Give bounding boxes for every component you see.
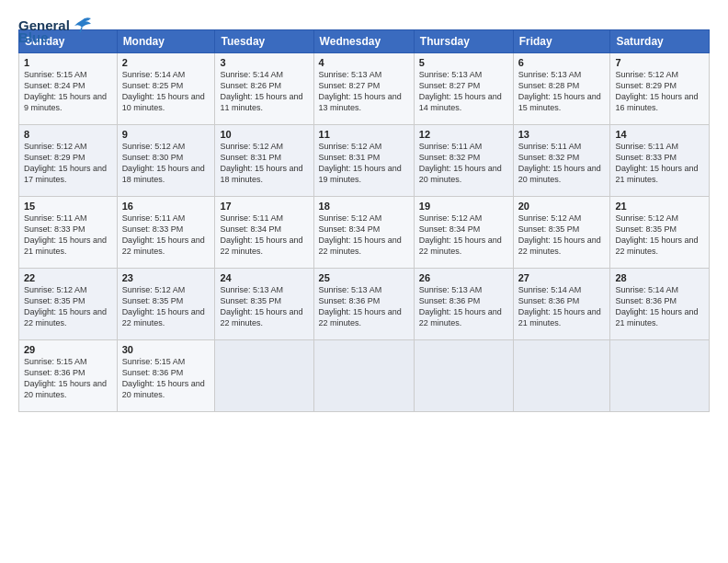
day-info: Sunrise: 5:14 AMSunset: 8:36 PMDaylight:… (518, 285, 601, 327)
day-number: 16 (122, 201, 210, 212)
day-number: 19 (419, 201, 508, 212)
day-info: Sunrise: 5:12 AMSunset: 8:35 PMDaylight:… (122, 285, 205, 327)
day-number: 13 (518, 129, 606, 140)
day-number: 3 (220, 57, 308, 68)
day-number: 14 (615, 129, 704, 140)
calendar-day-18: 18Sunrise: 5:12 AMSunset: 8:34 PMDayligh… (313, 197, 414, 269)
calendar-day-7: 7Sunrise: 5:12 AMSunset: 8:29 PMDaylight… (610, 53, 710, 125)
day-number: 28 (615, 272, 704, 283)
day-number: 22 (24, 272, 112, 283)
weekday-header-tuesday: Tuesday (215, 30, 313, 53)
calendar-day-23: 23Sunrise: 5:12 AMSunset: 8:35 PMDayligh… (117, 269, 215, 340)
calendar-day-20: 20Sunrise: 5:12 AMSunset: 8:35 PMDayligh… (513, 197, 610, 269)
day-info: Sunrise: 5:11 AMSunset: 8:33 PMDaylight:… (122, 213, 205, 256)
calendar-day-24: 24Sunrise: 5:13 AMSunset: 8:35 PMDayligh… (215, 269, 313, 340)
day-info: Sunrise: 5:11 AMSunset: 8:33 PMDaylight:… (615, 142, 698, 184)
day-info: Sunrise: 5:13 AMSunset: 8:35 PMDaylight:… (220, 285, 302, 327)
day-info: Sunrise: 5:13 AMSunset: 8:36 PMDaylight:… (319, 285, 402, 327)
weekday-header-saturday: Saturday (610, 30, 710, 53)
calendar-day-17: 17Sunrise: 5:11 AMSunset: 8:34 PMDayligh… (215, 197, 313, 269)
day-info: Sunrise: 5:14 AMSunset: 8:36 PMDaylight:… (615, 285, 698, 327)
calendar-day-26: 26Sunrise: 5:13 AMSunset: 8:36 PMDayligh… (414, 269, 513, 340)
day-number: 23 (122, 272, 210, 283)
calendar-day-8: 8Sunrise: 5:12 AMSunset: 8:29 PMDaylight… (19, 125, 118, 197)
calendar-day-14: 14Sunrise: 5:11 AMSunset: 8:33 PMDayligh… (610, 125, 710, 197)
weekday-header-friday: Friday (513, 30, 610, 53)
day-info: Sunrise: 5:12 AMSunset: 8:34 PMDaylight:… (419, 213, 502, 256)
calendar-day-3: 3Sunrise: 5:14 AMSunset: 8:26 PMDaylight… (215, 53, 313, 125)
day-number: 29 (24, 344, 112, 355)
day-info: Sunrise: 5:12 AMSunset: 8:29 PMDaylight:… (615, 70, 698, 112)
day-info: Sunrise: 5:15 AMSunset: 8:36 PMDaylight:… (24, 357, 107, 399)
day-info: Sunrise: 5:12 AMSunset: 8:30 PMDaylight:… (122, 142, 205, 184)
day-number: 11 (319, 129, 409, 140)
day-number: 30 (122, 344, 210, 355)
weekday-header-thursday: Thursday (414, 30, 513, 53)
day-info: Sunrise: 5:12 AMSunset: 8:35 PMDaylight:… (615, 213, 698, 256)
day-info: Sunrise: 5:13 AMSunset: 8:36 PMDaylight:… (419, 285, 502, 327)
calendar-day-30: 30Sunrise: 5:15 AMSunset: 8:36 PMDayligh… (117, 340, 215, 412)
day-number: 20 (518, 201, 606, 212)
calendar-day-4: 4Sunrise: 5:13 AMSunset: 8:27 PMDaylight… (313, 53, 414, 125)
empty-cell (313, 340, 414, 412)
day-number: 24 (220, 272, 308, 283)
day-number: 12 (419, 129, 508, 140)
day-info: Sunrise: 5:12 AMSunset: 8:34 PMDaylight:… (319, 213, 402, 256)
day-info: Sunrise: 5:11 AMSunset: 8:33 PMDaylight:… (24, 213, 107, 256)
day-info: Sunrise: 5:12 AMSunset: 8:31 PMDaylight:… (319, 142, 402, 184)
empty-cell (513, 340, 610, 412)
calendar-day-1: 1Sunrise: 5:15 AMSunset: 8:24 PMDaylight… (19, 53, 118, 125)
day-number: 26 (419, 272, 508, 283)
day-info: Sunrise: 5:12 AMSunset: 8:35 PMDaylight:… (518, 213, 601, 256)
calendar-day-15: 15Sunrise: 5:11 AMSunset: 8:33 PMDayligh… (19, 197, 118, 269)
calendar-day-27: 27Sunrise: 5:14 AMSunset: 8:36 PMDayligh… (513, 269, 610, 340)
day-number: 1 (24, 57, 112, 68)
day-number: 2 (122, 57, 210, 68)
logo-blue: Blue (18, 29, 49, 45)
day-number: 18 (319, 201, 409, 212)
calendar-day-25: 25Sunrise: 5:13 AMSunset: 8:36 PMDayligh… (313, 269, 414, 340)
calendar-day-19: 19Sunrise: 5:12 AMSunset: 8:34 PMDayligh… (414, 197, 513, 269)
calendar-day-2: 2Sunrise: 5:14 AMSunset: 8:25 PMDaylight… (117, 53, 215, 125)
calendar-day-13: 13Sunrise: 5:11 AMSunset: 8:32 PMDayligh… (513, 125, 610, 197)
calendar-day-10: 10Sunrise: 5:12 AMSunset: 8:31 PMDayligh… (215, 125, 313, 197)
day-info: Sunrise: 5:14 AMSunset: 8:26 PMDaylight:… (220, 70, 302, 112)
logo: General Blue (18, 17, 93, 45)
day-number: 7 (615, 57, 704, 68)
weekday-header-wednesday: Wednesday (313, 30, 414, 53)
logo-bird-icon (73, 17, 93, 33)
day-info: Sunrise: 5:12 AMSunset: 8:31 PMDaylight:… (220, 142, 302, 184)
day-number: 8 (24, 129, 112, 140)
day-info: Sunrise: 5:11 AMSunset: 8:32 PMDaylight:… (419, 142, 502, 184)
empty-cell (215, 340, 313, 412)
day-number: 25 (319, 272, 409, 283)
day-info: Sunrise: 5:15 AMSunset: 8:24 PMDaylight:… (24, 70, 107, 112)
day-info: Sunrise: 5:12 AMSunset: 8:29 PMDaylight:… (24, 142, 107, 184)
weekday-header-monday: Monday (117, 30, 215, 53)
day-info: Sunrise: 5:14 AMSunset: 8:25 PMDaylight:… (122, 70, 205, 112)
day-number: 4 (319, 57, 409, 68)
day-number: 27 (518, 272, 606, 283)
day-number: 21 (615, 201, 704, 212)
calendar-day-6: 6Sunrise: 5:13 AMSunset: 8:28 PMDaylight… (513, 53, 610, 125)
empty-cell (414, 340, 513, 412)
day-info: Sunrise: 5:11 AMSunset: 8:32 PMDaylight:… (518, 142, 601, 184)
day-info: Sunrise: 5:11 AMSunset: 8:34 PMDaylight:… (220, 213, 302, 256)
day-number: 9 (122, 129, 210, 140)
calendar-day-5: 5Sunrise: 5:13 AMSunset: 8:27 PMDaylight… (414, 53, 513, 125)
day-info: Sunrise: 5:13 AMSunset: 8:27 PMDaylight:… (319, 70, 402, 112)
calendar-day-9: 9Sunrise: 5:12 AMSunset: 8:30 PMDaylight… (117, 125, 215, 197)
day-number: 6 (518, 57, 606, 68)
day-number: 10 (220, 129, 308, 140)
day-number: 5 (419, 57, 508, 68)
day-info: Sunrise: 5:12 AMSunset: 8:35 PMDaylight:… (24, 285, 107, 327)
calendar-day-11: 11Sunrise: 5:12 AMSunset: 8:31 PMDayligh… (313, 125, 414, 197)
calendar-day-22: 22Sunrise: 5:12 AMSunset: 8:35 PMDayligh… (19, 269, 118, 340)
calendar-day-16: 16Sunrise: 5:11 AMSunset: 8:33 PMDayligh… (117, 197, 215, 269)
day-number: 15 (24, 201, 112, 212)
day-number: 17 (220, 201, 308, 212)
calendar-day-28: 28Sunrise: 5:14 AMSunset: 8:36 PMDayligh… (610, 269, 710, 340)
calendar-day-12: 12Sunrise: 5:11 AMSunset: 8:32 PMDayligh… (414, 125, 513, 197)
empty-cell (610, 340, 710, 412)
calendar-day-29: 29Sunrise: 5:15 AMSunset: 8:36 PMDayligh… (19, 340, 118, 412)
